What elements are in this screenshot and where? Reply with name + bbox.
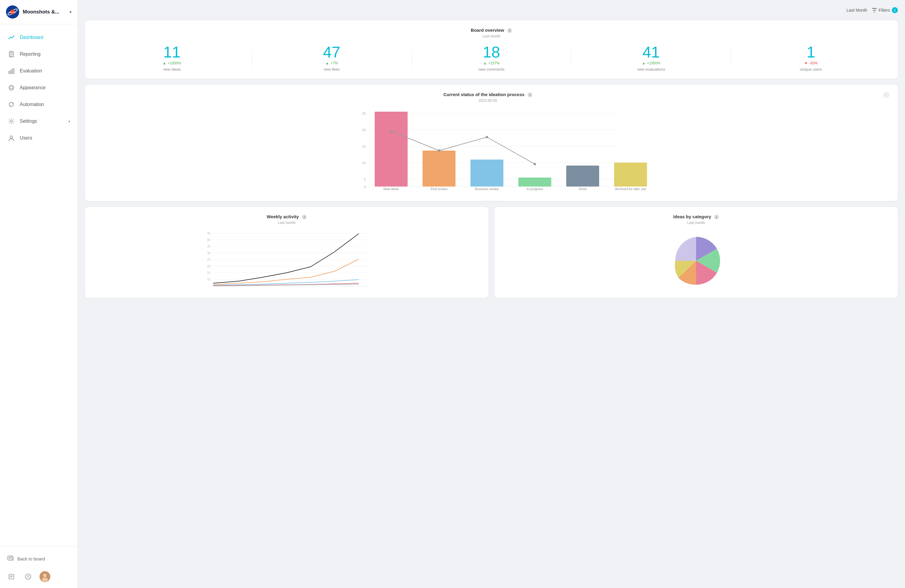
ideas-by-category-title: Ideas by category i	[502, 214, 891, 219]
svg-text:10: 10	[207, 278, 211, 281]
stat-label-likes: new likes	[252, 67, 411, 72]
period-label: Last Month	[847, 8, 867, 13]
app-name: Moonshots &...	[23, 9, 70, 15]
board-overview-info-icon[interactable]: i	[507, 28, 512, 33]
trend-line	[391, 131, 535, 164]
sidebar-item-dashboard[interactable]: Dashboard	[0, 29, 78, 46]
sidebar-item-users[interactable]: Users	[0, 130, 78, 146]
ideas-pie-chart	[663, 231, 729, 291]
svg-text:NASA: NASA	[10, 11, 16, 13]
sidebar-item-evaluation[interactable]: Evaluation	[0, 63, 78, 79]
down-arrow-users: ▼	[804, 61, 808, 65]
ideas-by-category-info-icon[interactable]: i	[714, 215, 719, 219]
trend-point-2	[438, 149, 440, 152]
pie-chart-container	[502, 231, 891, 291]
stat-new-ideas: 11 ▲ +1000% new ideas	[92, 44, 252, 72]
bar-business-review	[470, 160, 503, 186]
stat-value-users: 1	[731, 44, 891, 60]
svg-text:30: 30	[207, 251, 211, 255]
sidebar-item-automation[interactable]: Automation	[0, 96, 78, 113]
svg-point-15	[11, 88, 12, 89]
svg-point-19	[10, 136, 13, 138]
svg-text:10: 10	[362, 161, 366, 165]
stat-change-ideas: ▲ +1000%	[92, 61, 252, 65]
clipboard-icon	[7, 50, 16, 58]
svg-text:15: 15	[362, 145, 366, 148]
chart-line-icon	[7, 33, 16, 41]
gear-icon	[7, 117, 16, 126]
svg-text:?: ?	[27, 575, 29, 579]
stat-value-comments: 18	[412, 44, 571, 60]
topbar: Last Month Filters 1	[85, 7, 898, 13]
stat-label-users: unique users	[731, 67, 891, 72]
sidebar-item-label-evaluation: Evaluation	[20, 68, 70, 74]
ideation-chart-subtitle: 2022-05-05	[92, 99, 883, 103]
svg-point-16	[10, 88, 11, 89]
svg-text:15: 15	[207, 271, 211, 275]
up-arrow-ideas: ▲	[163, 61, 167, 65]
up-arrow-evaluations: ▲	[642, 61, 646, 65]
svg-point-12	[9, 85, 14, 90]
stat-new-evaluations: 41 ▲ +1950% new evaluations	[571, 44, 731, 72]
svg-text:25: 25	[362, 112, 366, 115]
settings-chevron-icon: ▾	[68, 119, 70, 124]
filter-count-badge: 1	[892, 7, 898, 13]
bar-in-progress	[518, 178, 551, 186]
user-avatar[interactable]	[40, 571, 50, 582]
svg-text:Done: Done	[579, 187, 587, 191]
bar-chart-icon	[7, 67, 16, 75]
back-to-board-label: Back to board	[17, 556, 45, 561]
ideation-chart-info-icon[interactable]: i	[528, 92, 532, 97]
notes-icon[interactable]	[6, 571, 17, 582]
filter-icon	[872, 8, 877, 12]
sidebar-item-label-dashboard: Dashboard	[20, 35, 70, 40]
board-overview-card: Board overview i Last month 11 ▲ +1000% …	[85, 21, 898, 79]
sidebar-item-label-users: Users	[20, 135, 70, 141]
trend-point-3	[486, 136, 488, 138]
sidebar-item-settings[interactable]: Settings ▾	[0, 113, 78, 130]
sidebar-bottom: Back to board ?	[0, 546, 78, 588]
board-overview-subtitle: Last month	[92, 34, 891, 38]
sidebar-item-appearance[interactable]: Appearance	[0, 79, 78, 96]
svg-text:In progress: In progress	[526, 187, 543, 191]
stat-value-evaluations: 41	[571, 44, 731, 60]
sidebar-header[interactable]: NASA Moonshots &... ▾	[0, 0, 78, 24]
sidebar: NASA Moonshots &... ▾ Dashboard	[0, 0, 78, 588]
stat-new-comments: 18 ▲ +157% new comments	[412, 44, 571, 72]
svg-point-31	[43, 574, 47, 577]
chart-options-icon[interactable]	[883, 92, 891, 99]
svg-text:Archived for later use: Archived for later use	[615, 187, 646, 191]
help-icon[interactable]: ?	[23, 571, 33, 582]
svg-rect-9	[9, 71, 10, 74]
stat-value-likes: 47	[252, 44, 411, 60]
svg-rect-11	[13, 68, 14, 74]
bottom-row: Weekly activity i Last month 45 40 35 30…	[85, 207, 898, 298]
weekly-activity-title: Weekly activity i	[92, 214, 481, 219]
board-overview-title: Board overview i	[92, 27, 891, 33]
sidebar-item-reporting[interactable]: Reporting	[0, 46, 78, 63]
up-arrow-likes: ▲	[325, 61, 329, 65]
svg-rect-5	[11, 51, 12, 52]
stat-new-likes: 47 ▲ +7% new likes	[252, 44, 411, 72]
sidebar-item-label-automation: Automation	[20, 102, 70, 107]
weekly-activity-info-icon[interactable]: i	[302, 215, 307, 219]
filters-button[interactable]: Filters 1	[872, 7, 898, 13]
stat-change-users: ▼ -83%	[731, 61, 891, 65]
sidebar-item-label-appearance: Appearance	[20, 85, 70, 91]
svg-point-18	[11, 120, 12, 122]
back-to-board-button[interactable]: Back to board	[6, 551, 71, 566]
stat-label-ideas: new ideas	[92, 67, 252, 72]
stats-row: 11 ▲ +1000% new ideas 47 ▲ +7% new likes…	[92, 44, 891, 72]
nasa-logo: NASA	[6, 5, 19, 19]
svg-text:25: 25	[207, 258, 211, 261]
sidebar-chevron-icon: ▾	[70, 10, 71, 14]
bar-new-ideas	[375, 112, 408, 186]
bar-first-review	[422, 151, 456, 186]
svg-text:20: 20	[362, 128, 366, 132]
ideation-bar-chart: 25 20 15 10 5 0 New ideas First review B…	[92, 109, 891, 192]
svg-text:40: 40	[207, 238, 211, 242]
weekly-activity-chart: 45 40 35 30 25 20 15 10	[92, 231, 481, 291]
svg-point-14	[12, 86, 13, 87]
sidebar-item-label-reporting: Reporting	[20, 51, 70, 57]
svg-rect-10	[11, 70, 12, 74]
